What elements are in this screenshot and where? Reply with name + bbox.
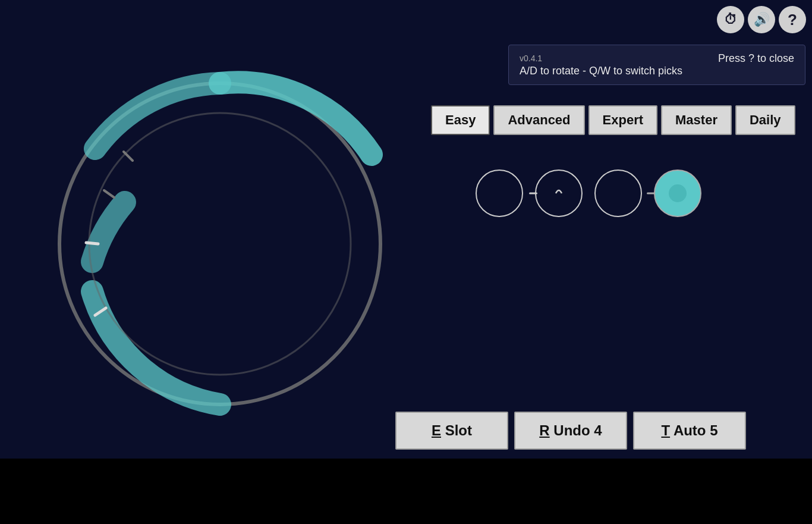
svg-line-4 bbox=[104, 190, 114, 197]
version-label: v0.4.1 bbox=[520, 54, 542, 63]
action-row: E Slot R Undo 4 T Auto 5 bbox=[395, 412, 746, 450]
hint-close: Press ? to close bbox=[718, 52, 794, 65]
svg-line-5 bbox=[124, 152, 133, 161]
clock-icon-button[interactable]: ⏱ bbox=[717, 6, 744, 33]
help-icon: ? bbox=[788, 11, 797, 29]
hint-controls: A/D to rotate - Q/W to switch picks bbox=[520, 65, 794, 77]
bottom-bar bbox=[0, 459, 812, 524]
svg-line-2 bbox=[86, 243, 98, 244]
difficulty-row: Easy Advanced Expert Master Daily bbox=[431, 105, 795, 135]
svg-point-1 bbox=[89, 113, 351, 375]
difficulty-daily[interactable]: Daily bbox=[735, 105, 795, 135]
help-icon-button[interactable]: ? bbox=[779, 6, 806, 33]
top-icon-bar: ⏱ 🔊 ? bbox=[717, 6, 806, 33]
sound-icon: 🔊 bbox=[754, 12, 770, 27]
difficulty-master[interactable]: Master bbox=[661, 105, 732, 135]
difficulty-easy[interactable]: Easy bbox=[431, 105, 490, 135]
auto-button[interactable]: T Auto 5 bbox=[633, 412, 746, 450]
difficulty-advanced[interactable]: Advanced bbox=[493, 105, 584, 135]
slot-button[interactable]: E Slot bbox=[395, 412, 508, 450]
pick-1[interactable] bbox=[476, 170, 523, 217]
pick-4[interactable] bbox=[654, 170, 701, 217]
picks-row bbox=[476, 170, 701, 217]
pin-left-icon-4 bbox=[647, 193, 655, 194]
pick-3[interactable] bbox=[594, 170, 642, 217]
difficulty-expert[interactable]: Expert bbox=[588, 105, 657, 135]
pick-4-fill bbox=[669, 184, 687, 202]
pin-left-icon bbox=[529, 193, 537, 194]
undo-button[interactable]: R Undo 4 bbox=[514, 412, 627, 450]
pick-2-icon bbox=[544, 178, 574, 208]
clock-icon: ⏱ bbox=[724, 12, 737, 27]
info-panel: v0.4.1 Press ? to close A/D to rotate - … bbox=[508, 45, 805, 85]
lock-circle bbox=[36, 36, 404, 452]
sound-icon-button[interactable]: 🔊 bbox=[748, 6, 775, 33]
pick-2[interactable] bbox=[535, 170, 583, 217]
